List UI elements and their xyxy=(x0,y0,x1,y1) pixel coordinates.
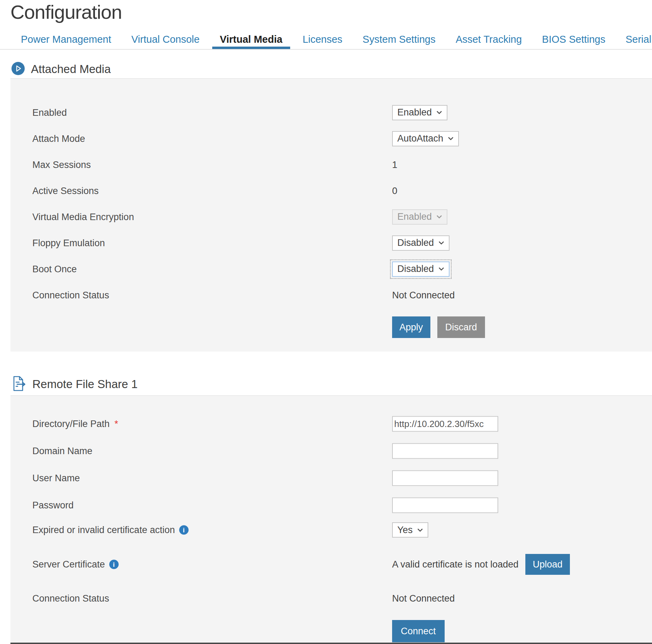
max-sessions-value: 1 xyxy=(392,159,397,170)
tab-serial[interactable]: Serial xyxy=(618,30,652,49)
boot-once-label: Boot Once xyxy=(32,264,77,274)
attached-media-panel: Enabled Enabled Attach Mode AutoAttach M… xyxy=(10,78,652,352)
chevron-down-icon xyxy=(438,267,444,271)
enabled-label: Enabled xyxy=(32,107,67,118)
server-certificate-status: A valid certificate is not loaded xyxy=(392,559,518,570)
row-connection-status-2: Connection Status Not Connected xyxy=(10,588,652,609)
connection-status-label: Connection Status xyxy=(32,290,109,300)
connection-status-label: Connection Status xyxy=(32,593,109,604)
row-directory-path: Directory/File Path* xyxy=(10,410,652,437)
floppy-emulation-label: Floppy Emulation xyxy=(32,238,105,248)
tab-virtual-media[interactable]: Virtual Media xyxy=(212,30,290,49)
connect-button[interactable]: Connect xyxy=(392,620,445,642)
remote-file-share-title: Remote File Share 1 xyxy=(32,378,138,391)
domain-name-label: Domain Name xyxy=(32,446,93,457)
user-name-label: User Name xyxy=(32,473,80,484)
row-enabled: Enabled Enabled xyxy=(10,99,652,126)
boot-once-select[interactable]: Disabled xyxy=(392,261,450,277)
cert-action-label: Expired or invalid certificate action xyxy=(32,525,175,536)
attached-media-title: Attached Media xyxy=(31,63,111,76)
row-domain-name: Domain Name xyxy=(10,437,652,465)
row-password: Password xyxy=(10,492,652,519)
tab-asset-tracking[interactable]: Asset Tracking xyxy=(448,30,530,49)
tab-power-management[interactable]: Power Management xyxy=(13,30,119,49)
play-circle-icon xyxy=(11,62,25,77)
chevron-down-icon xyxy=(436,215,442,219)
vm-encryption-label: Virtual Media Encryption xyxy=(32,211,134,222)
user-name-input[interactable] xyxy=(392,470,498,486)
enabled-select[interactable]: Enabled xyxy=(392,105,447,120)
password-input[interactable] xyxy=(392,498,498,513)
discard-button[interactable]: Discard xyxy=(437,316,485,338)
directory-path-label: Directory/File Path xyxy=(32,419,110,429)
row-boot-once: Boot Once Disabled xyxy=(10,256,652,282)
tab-licenses[interactable]: Licenses xyxy=(295,30,350,49)
password-label: Password xyxy=(32,500,74,511)
row-user-name: User Name xyxy=(10,465,652,492)
row-max-sessions: Max Sessions 1 xyxy=(10,152,652,178)
chevron-down-icon xyxy=(448,137,454,140)
info-icon[interactable]: i xyxy=(109,560,119,569)
server-certificate-label: Server Certificate xyxy=(32,559,105,570)
attach-mode-select[interactable]: AutoAttach xyxy=(392,131,459,146)
row-server-certificate: Server Certificate i A valid certificate… xyxy=(10,541,652,588)
floppy-emulation-select[interactable]: Disabled xyxy=(392,235,450,251)
required-asterisk: * xyxy=(114,419,118,429)
remote-file-share-header: Remote File Share 1 xyxy=(11,376,138,393)
attach-mode-label: Attach Mode xyxy=(32,133,85,144)
file-share-icon xyxy=(11,376,26,393)
page-title: Configuration xyxy=(10,1,122,23)
info-icon[interactable]: i xyxy=(179,525,189,535)
row-cert-action: Expired or invalid certificate action i … xyxy=(10,519,652,541)
domain-name-input[interactable] xyxy=(392,443,498,459)
apply-button[interactable]: Apply xyxy=(392,316,430,338)
remote-file-share-panel: Directory/File Path* Domain Name User Na… xyxy=(10,395,652,644)
vm-encryption-select: Enabled xyxy=(392,209,447,225)
connection-status-value: Not Connected xyxy=(392,290,455,300)
tab-virtual-console[interactable]: Virtual Console xyxy=(124,30,207,49)
active-sessions-label: Active Sessions xyxy=(32,185,99,196)
attached-media-header: Attached Media xyxy=(11,62,111,77)
configuration-tabbar: Power Management Virtual Console Virtual… xyxy=(0,30,652,50)
bottom-edge-divider xyxy=(10,643,652,644)
row-connection-status-1: Connection Status Not Connected xyxy=(10,282,652,308)
row-vm-encryption: Virtual Media Encryption Enabled xyxy=(10,204,652,230)
upload-button[interactable]: Upload xyxy=(525,554,570,575)
active-sessions-value: 0 xyxy=(392,185,397,196)
row-floppy-emulation: Floppy Emulation Disabled xyxy=(10,230,652,256)
chevron-down-icon xyxy=(436,111,442,114)
max-sessions-label: Max Sessions xyxy=(32,159,91,170)
row-active-sessions: Active Sessions 0 xyxy=(10,178,652,204)
chevron-down-icon xyxy=(438,241,444,245)
directory-path-input[interactable] xyxy=(392,416,498,432)
tab-system-settings[interactable]: System Settings xyxy=(355,30,443,49)
row-attach-mode: Attach Mode AutoAttach xyxy=(10,126,652,152)
tab-bios-settings[interactable]: BIOS Settings xyxy=(534,30,613,49)
connection-status-value: Not Connected xyxy=(392,593,455,604)
cert-action-select[interactable]: Yes xyxy=(392,522,428,538)
chevron-down-icon xyxy=(417,528,423,532)
